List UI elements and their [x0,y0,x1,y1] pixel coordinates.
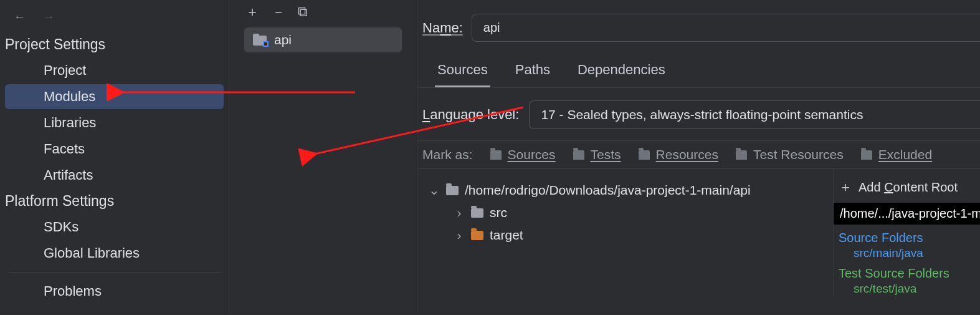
tree-child-src[interactable]: › src [429,201,828,224]
platform-settings-header: Platform Settings [0,189,229,213]
source-folders-title: Source Folders [839,225,980,246]
folder-icon [736,150,747,160]
chevron-right-icon[interactable]: › [454,228,465,243]
tree-root-label: /home/rodrigo/Downloads/java-project-1-m… [465,183,751,198]
sidebar-item-facets[interactable]: Facets [5,137,224,162]
sidebar-item-sdks[interactable]: SDKs [5,215,224,240]
language-level-select[interactable]: 17 - Sealed types, always-strict floatin… [529,100,980,129]
sidebar-item-libraries[interactable]: Libraries [5,110,224,135]
sidebar-item-modules[interactable]: Modules [5,84,224,109]
remove-module-button[interactable]: － [272,5,285,19]
add-content-root-button[interactable]: ＋ Add Content Root [839,175,980,203]
folder-icon [573,150,584,160]
folder-icon [861,150,872,160]
sidebar-separator [7,272,221,273]
sidebar: ← → Project Settings Project Modules Lib… [0,0,229,315]
mark-tests-button[interactable]: Tests [573,147,621,162]
plus-icon: ＋ [839,178,852,196]
module-name-input[interactable] [472,14,980,42]
module-toolbar: ＋ － ⧉ [229,0,417,25]
chevron-down-icon[interactable]: ⌄ [429,183,440,198]
nav-arrows: ← → [0,7,229,32]
content-root-path[interactable]: /home/.../java-project-1-main/api [834,203,980,225]
module-item-api[interactable]: api [244,27,402,52]
tree-child-target[interactable]: › target [429,224,828,246]
mark-sources-button[interactable]: Sources [490,147,556,162]
tab-paths[interactable]: Paths [513,58,553,87]
content-roots-panel: ＋ Add Content Root /home/.../java-projec… [833,169,980,296]
mark-excluded-button[interactable]: Excluded [861,147,932,162]
test-source-folder-path[interactable]: src/test/java [839,282,980,296]
tab-dependencies[interactable]: Dependencies [575,58,668,87]
folder-icon [639,150,650,160]
chevron-right-icon[interactable]: › [454,205,465,220]
mark-test-resources-button[interactable]: Test Resources [736,147,844,162]
module-item-label: api [274,32,292,47]
tree-child-label: target [490,228,523,243]
sidebar-item-project[interactable]: Project [5,58,224,83]
module-detail-panel: Name: Sources Paths Dependencies Languag… [417,0,980,315]
test-source-folders-title: Test Source Folders [839,260,980,282]
tree-root-row[interactable]: ⌄ /home/rodrigo/Downloads/java-project-1… [429,179,828,201]
copy-module-button[interactable]: ⧉ [298,5,308,19]
folder-icon [471,208,483,218]
folder-icon [446,186,459,195]
add-module-button[interactable]: ＋ [245,5,259,19]
tree-child-label: src [490,205,507,220]
name-label: Name: [422,20,463,36]
back-arrow[interactable]: ← [14,10,26,24]
module-list-panel: ＋ － ⧉ api [229,0,417,315]
folder-icon [490,150,502,160]
module-folder-icon [253,34,267,46]
source-folder-path[interactable]: src/main/java [839,246,980,260]
sidebar-item-artifacts[interactable]: Artifacts [5,163,224,188]
forward-arrow[interactable]: → [43,10,55,24]
mark-as-bar: Mark as: Sources Tests Resources Test Re… [417,140,980,169]
mark-resources-button[interactable]: Resources [639,147,718,162]
project-settings-header: Project Settings [0,32,229,57]
content-tree: ⌄ /home/rodrigo/Downloads/java-project-1… [417,169,833,296]
tab-sources[interactable]: Sources [435,58,490,87]
folder-icon [471,231,483,240]
sidebar-item-problems[interactable]: Problems [5,279,224,304]
language-level-label: Language level: [422,107,519,123]
sidebar-item-global-libraries[interactable]: Global Libraries [5,241,224,266]
module-tabs: Sources Paths Dependencies [417,54,980,88]
mark-as-label: Mark as: [422,147,473,162]
